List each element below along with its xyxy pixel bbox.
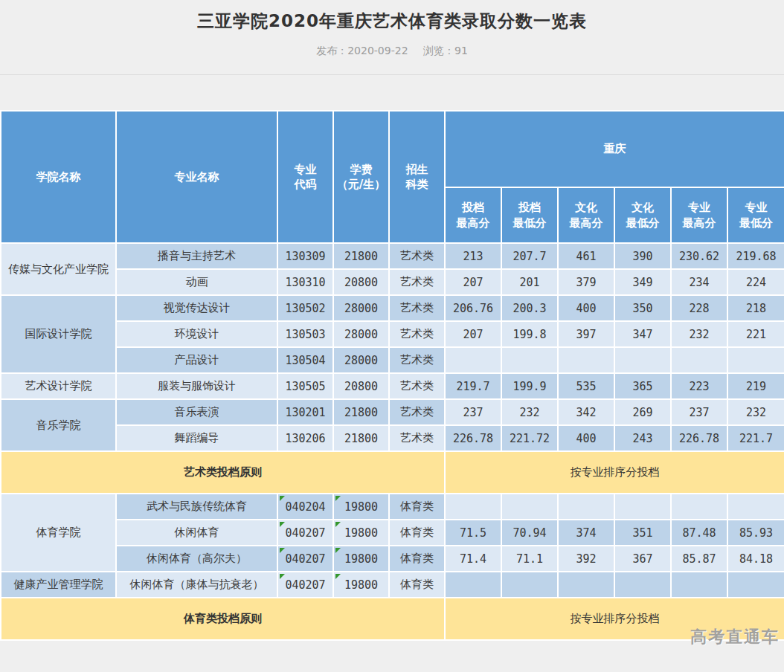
score-cell: 70.94: [501, 520, 558, 546]
score-cell: 350: [614, 295, 671, 321]
banner-row: 体育类投档原则按专业排序分投档: [1, 598, 784, 640]
code-cell: 130505: [277, 373, 333, 399]
score-cell: 390: [614, 243, 671, 269]
score-cell: 228: [671, 295, 727, 321]
score-cell: 226.78: [671, 425, 727, 451]
score-cell: 232: [501, 399, 558, 425]
score-cell: 400: [558, 295, 614, 321]
score-cell: 207: [445, 321, 501, 347]
fee-cell: 21800: [333, 243, 389, 269]
zhuanye-min-header: 专业最低分: [727, 187, 784, 243]
category-cell: 艺术类: [389, 243, 445, 269]
table-row: 音乐学院音乐表演13020121800艺术类237232342269237232: [1, 399, 784, 425]
score-cell: [445, 494, 501, 520]
category-cell: 艺术类: [389, 295, 445, 321]
table-body: 传媒与文化产业学院播音与主持艺术13030921800艺术类213207.746…: [1, 243, 784, 640]
category-cell: 体育类: [389, 494, 445, 520]
table-row: 国际设计学院视觉传达设计13050228000艺术类206.76200.3400…: [1, 295, 784, 321]
score-cell: [614, 347, 671, 373]
table-row: 环境设计13050328000艺术类207199.8397347232221: [1, 321, 784, 347]
score-cell: 535: [558, 373, 614, 399]
score-cell: [671, 572, 727, 598]
code-cell: 130206: [277, 425, 333, 451]
table-row: 艺术设计学院服装与服饰设计13050520800艺术类219.7199.9535…: [1, 373, 784, 399]
score-cell: 230.62: [671, 243, 727, 269]
score-cell: [727, 572, 784, 598]
score-cell: 213: [445, 243, 501, 269]
score-cell: 221.72: [501, 425, 558, 451]
score-cell: [671, 347, 727, 373]
fee-cell: 28000: [333, 321, 389, 347]
score-cell: 232: [727, 399, 784, 425]
code-cell: 130504: [277, 347, 333, 373]
toudang-max-header: 投档最高分: [445, 187, 501, 243]
score-cell: 243: [614, 425, 671, 451]
major-cell: 休闲体育: [116, 520, 277, 546]
college-cell: 传媒与文化产业学院: [1, 243, 116, 295]
score-cell: [614, 494, 671, 520]
table-row: 健康产业管理学院休闲体育（康体与抗衰老）04020719800体育类: [1, 572, 784, 598]
category-header: 招生 科类: [389, 111, 445, 243]
score-cell: 400: [558, 425, 614, 451]
toudang-min-header: 投档最低分: [501, 187, 558, 243]
score-cell: 219.68: [727, 243, 784, 269]
table-row: 休闲体育（高尔夫）04020719800体育类71.471.139236785.…: [1, 546, 784, 572]
score-cell: 379: [558, 269, 614, 295]
college-header: 学院名称: [1, 111, 116, 243]
category-cell: 体育类: [389, 520, 445, 546]
fee-cell: 20800: [333, 269, 389, 295]
score-cell: [501, 494, 558, 520]
score-cell: 207: [445, 269, 501, 295]
score-cell: 218: [727, 295, 784, 321]
score-cell: 71.4: [445, 546, 501, 572]
score-cell: 397: [558, 321, 614, 347]
major-cell: 舞蹈编导: [116, 425, 277, 451]
score-cell: 461: [558, 243, 614, 269]
score-cell: [558, 347, 614, 373]
watermark: 高考直通车: [690, 626, 780, 648]
fee-cell: 20800: [333, 373, 389, 399]
table-row: 休闲体育04020719800体育类71.570.9437435187.4885…: [1, 520, 784, 546]
major-cell: 环境设计: [116, 321, 277, 347]
category-cell: 艺术类: [389, 347, 445, 373]
score-cell: 237: [671, 399, 727, 425]
score-cell: 226.78: [445, 425, 501, 451]
code-cell: 040207: [277, 572, 333, 598]
score-cell: 199.8: [501, 321, 558, 347]
major-cell: 音乐表演: [116, 399, 277, 425]
score-cell: 342: [558, 399, 614, 425]
score-cell: [614, 572, 671, 598]
score-cell: 351: [614, 520, 671, 546]
code-cell: 130310: [277, 269, 333, 295]
score-cell: 71.1: [501, 546, 558, 572]
score-cell: [558, 572, 614, 598]
major-cell: 休闲体育（康体与抗衰老）: [116, 572, 277, 598]
code-header: 专业 代码: [277, 111, 333, 243]
banner-row: 艺术类投档原则按专业排序分投档: [1, 451, 784, 494]
region-header: 重庆: [445, 111, 784, 187]
college-cell: 体育学院: [1, 494, 116, 572]
score-cell: 365: [614, 373, 671, 399]
score-cell: [501, 347, 558, 373]
fee-cell: 19800: [333, 494, 389, 520]
code-cell: 040207: [277, 546, 333, 572]
admission-score-table: 学院名称 专业名称 专业 代码 学费 （元/生） 招生 科类 重庆 投档最高分 …: [0, 110, 784, 641]
score-cell: 71.5: [445, 520, 501, 546]
wenhua-max-header: 文化最高分: [558, 187, 614, 243]
score-cell: 224: [727, 269, 784, 295]
fee-cell: 28000: [333, 347, 389, 373]
college-cell: 健康产业管理学院: [1, 572, 116, 598]
publish-meta: 发布：2020-09-22 浏览：91: [0, 45, 784, 58]
score-cell: 199.9: [501, 373, 558, 399]
fee-cell: 19800: [333, 520, 389, 546]
code-cell: 040207: [277, 520, 333, 546]
code-cell: 130503: [277, 321, 333, 347]
table-row: 舞蹈编导13020621800艺术类226.78221.72400243226.…: [1, 425, 784, 451]
wenhua-min-header: 文化最低分: [614, 187, 671, 243]
score-cell: 234: [671, 269, 727, 295]
major-cell: 产品设计: [116, 347, 277, 373]
major-cell: 动画: [116, 269, 277, 295]
category-cell: 体育类: [389, 546, 445, 572]
score-cell: 223: [671, 373, 727, 399]
fee-header: 学费 （元/生）: [333, 111, 389, 243]
